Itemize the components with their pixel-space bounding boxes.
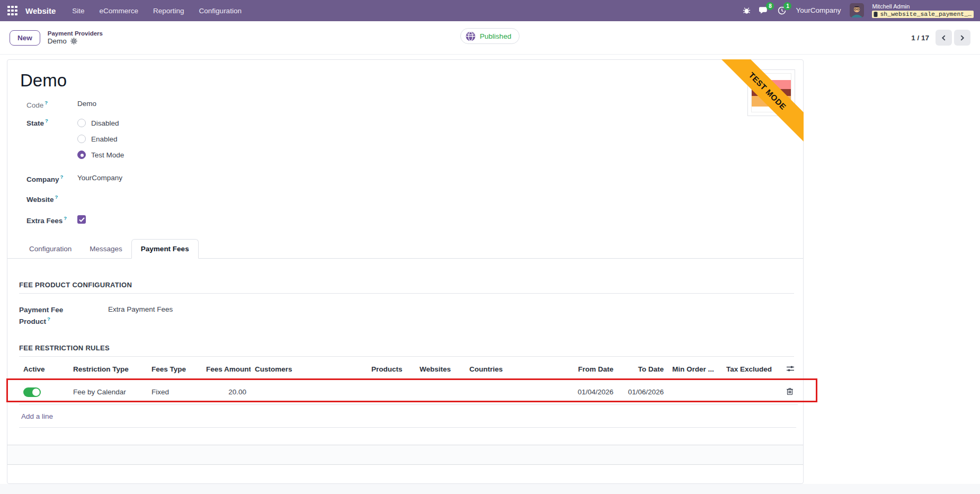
field-extra-fees: Extra Fees? (26, 215, 803, 226)
radio-test-mode[interactable] (77, 151, 86, 159)
menu-site[interactable]: Site (66, 4, 90, 17)
section-fee-product-configuration: FEE PRODUCT CONFIGURATION (19, 281, 794, 294)
pager-previous-button[interactable] (936, 30, 952, 46)
cell-fees-type[interactable]: Fixed (147, 380, 202, 404)
provider-image[interactable] (747, 69, 795, 116)
cell-min-order[interactable] (668, 380, 722, 404)
tab-configuration[interactable]: Configuration (20, 240, 81, 258)
company-value[interactable]: YourCompany (77, 174, 122, 184)
radio-enabled[interactable] (77, 135, 86, 143)
cell-countries[interactable] (465, 380, 506, 404)
field-website: Website? (26, 194, 803, 205)
payment-fee-product-help-icon[interactable]: ? (47, 316, 50, 322)
code-help-icon[interactable]: ? (44, 100, 48, 105)
field-company: Company? YourCompany (26, 174, 803, 184)
pager-next-button[interactable] (954, 30, 970, 46)
main-menu: Site eCommerce Reporting Configuration (66, 4, 247, 17)
fee-rule-row[interactable]: Fee by Calendar Fixed 20.00 01/04/2026 0… (19, 380, 798, 404)
field-payment-fee-product: Payment Fee Product? Extra Payment Fees (19, 305, 794, 327)
messages-count-badge: 8 (766, 2, 774, 10)
new-button[interactable]: New (10, 30, 40, 46)
top-navbar: Website Site eCommerce Reporting Configu… (0, 0, 980, 21)
website-help-icon[interactable]: ? (55, 194, 58, 200)
breadcrumb-current: Demo (48, 37, 67, 45)
state-help-icon[interactable]: ? (45, 118, 48, 124)
state-label: State (26, 119, 44, 127)
pager: 1 / 17 (911, 30, 970, 46)
cell-from-date[interactable]: 01/04/2026 (506, 380, 618, 404)
database-icon (874, 12, 878, 17)
col-tax-excluded[interactable]: Tax Excluded (722, 360, 782, 380)
cell-to-date[interactable]: 01/06/2026 (618, 380, 668, 404)
debug-bug-icon[interactable] (742, 6, 751, 15)
company-help-icon[interactable]: ? (60, 174, 64, 180)
col-fees-type[interactable]: Fees Type (147, 360, 202, 380)
activity-count-badge: 1 (783, 2, 791, 10)
notebook-tabs: Configuration Messages Payment Fees (7, 239, 803, 259)
user-name: Mitchell Admin (872, 3, 974, 10)
col-active[interactable]: Active (19, 360, 69, 380)
website-label: Website (26, 196, 54, 204)
menu-ecommerce[interactable]: eCommerce (94, 4, 145, 17)
database-badge: sh_website_sale_payment_… (872, 11, 974, 19)
cell-websites[interactable] (415, 380, 465, 404)
col-from-date[interactable]: From Date (506, 360, 618, 380)
col-countries[interactable]: Countries (465, 360, 506, 380)
cell-fees-amount[interactable]: 20.00 (202, 380, 251, 404)
breadcrumb-parent[interactable]: Payment Providers (48, 30, 103, 37)
menu-configuration[interactable]: Configuration (193, 4, 247, 17)
menu-reporting[interactable]: Reporting (147, 4, 190, 17)
tab-messages[interactable]: Messages (81, 240, 131, 258)
col-products[interactable]: Products (367, 360, 415, 380)
radio-disabled[interactable] (77, 119, 86, 127)
col-websites[interactable]: Websites (415, 360, 465, 380)
published-label: Published (480, 32, 511, 40)
cell-tax-excluded[interactable] (722, 380, 782, 404)
payment-fee-product-value[interactable]: Extra Payment Fees (108, 305, 173, 327)
col-min-order[interactable]: Min Order ... (668, 360, 722, 380)
form-sheet: TEST MODE Demo Code? Demo State? Disable… (7, 59, 804, 484)
company-switcher[interactable]: YourCompany (796, 6, 841, 14)
active-toggle[interactable] (23, 387, 41, 397)
cell-customers[interactable] (251, 380, 367, 404)
col-restriction-type[interactable]: Restriction Type (69, 360, 147, 380)
col-to-date[interactable]: To Date (618, 360, 668, 380)
messages-icon[interactable]: 8 (759, 6, 769, 15)
published-toggle[interactable]: Published (460, 28, 520, 44)
field-code: Code? Demo (26, 100, 803, 110)
extra-fees-help-icon[interactable]: ? (64, 215, 67, 221)
code-label: Code (26, 101, 43, 109)
cell-restriction-type[interactable]: Fee by Calendar (69, 380, 147, 404)
state-option-test-mode[interactable]: Test Mode (77, 149, 124, 160)
state-option-enabled[interactable]: Enabled (77, 134, 124, 144)
activity-clock-icon[interactable]: 1 (777, 6, 787, 15)
col-customers[interactable]: Customers (251, 360, 367, 380)
extra-fees-label: Extra Fees (26, 217, 63, 225)
breadcrumb: Payment Providers Demo (48, 30, 103, 45)
state-option-disabled[interactable]: Disabled (77, 118, 124, 128)
list-footer-stripe (7, 445, 803, 465)
pager-count: 1 / 17 (911, 34, 929, 42)
gear-icon[interactable] (70, 38, 77, 45)
form-view: TEST MODE Demo Code? Demo State? Disable… (0, 59, 980, 494)
section-fee-restriction-rules: FEE RESTRICTION RULES (19, 344, 794, 357)
col-fees-amount[interactable]: Fees Amount (202, 360, 251, 380)
code-value: Demo (77, 100, 96, 110)
cell-products[interactable] (367, 380, 415, 404)
globe-icon (466, 31, 476, 41)
checkmark-icon (79, 217, 85, 222)
user-menu[interactable]: Mitchell Admin sh_website_sale_payment_… (872, 3, 974, 19)
optional-columns-icon[interactable] (782, 360, 798, 380)
payment-fee-product-label: Payment Fee Product (19, 306, 63, 325)
company-label: Company (26, 175, 59, 183)
tab-payment-fees[interactable]: Payment Fees (131, 239, 199, 259)
table-header-row: Active Restriction Type Fees Type Fees A… (19, 360, 798, 380)
delete-row-icon[interactable] (786, 387, 794, 395)
fee-rules-table: Active Restriction Type Fees Type Fees A… (19, 360, 798, 405)
app-name[interactable]: Website (25, 6, 56, 15)
add-a-line-link[interactable]: Add a line (19, 405, 796, 428)
page-bottom-strip (0, 484, 980, 494)
extra-fees-checkbox[interactable] (77, 215, 86, 224)
apps-grid-icon[interactable] (7, 6, 17, 16)
avatar[interactable] (850, 3, 864, 17)
